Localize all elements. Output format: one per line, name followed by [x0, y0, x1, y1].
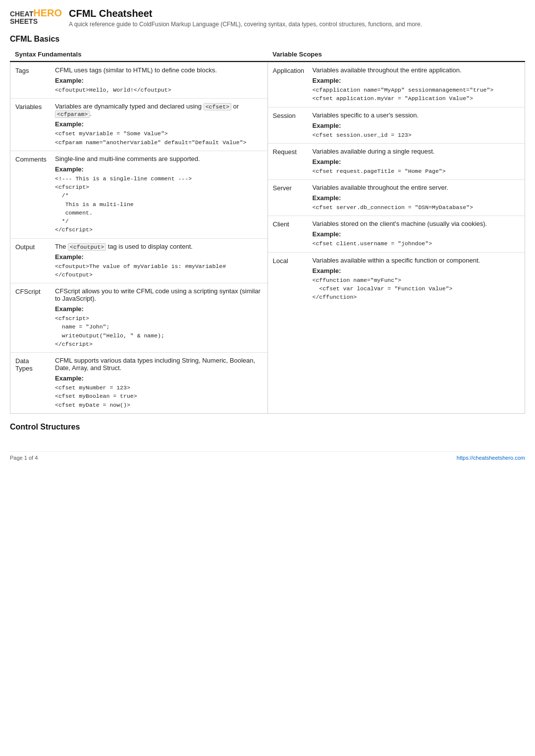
entry-comments-content: Single-line and multi-line comments are … — [55, 155, 263, 234]
entry-local: Local Variables available within a speci… — [268, 253, 525, 306]
entry-tags-label: Tags — [15, 66, 55, 94]
entry-variables-content: Variables are dynamically typed and decl… — [55, 103, 263, 147]
entry-datatypes-content: CFML supports various data types includi… — [55, 357, 263, 409]
entry-tags-content: CFML uses tags (similar to HTML) to defi… — [55, 66, 263, 94]
entry-request: Request Variables available during a sin… — [268, 144, 525, 180]
main-content-columns: Tags CFML uses tags (similar to HTML) to… — [10, 62, 525, 414]
entry-client: Client Variables stored on the client's … — [268, 216, 525, 252]
logo: CHEAT HERO SHEETS — [10, 8, 62, 25]
entry-client-content: Variables stored on the client's machine… — [313, 220, 520, 248]
entry-variables: Variables Variables are dynamically type… — [10, 99, 268, 151]
entry-comments: Comments Single-line and multi-line comm… — [10, 151, 268, 239]
entry-datatypes: DataTypes CFML supports various data typ… — [10, 353, 268, 413]
entry-output: Output The <cfoutput> tag is used to dis… — [10, 239, 268, 284]
entry-application-content: Variables available throughout the entir… — [313, 66, 520, 103]
entry-session: Session Variables specific to a user's s… — [268, 108, 525, 144]
col-syntax-fundamentals: Tags CFML uses tags (similar to HTML) to… — [10, 62, 268, 414]
entry-local-label: Local — [273, 257, 313, 302]
entry-local-content: Variables available within a specific fu… — [313, 257, 520, 302]
entry-session-content: Variables specific to a user's session. … — [313, 111, 520, 139]
section-control-title: Control Structures — [10, 423, 525, 432]
col-variable-scopes: Application Variables available througho… — [268, 62, 526, 414]
inline-code-cfset: <cfset> — [204, 103, 231, 110]
entry-session-label: Session — [273, 111, 313, 139]
logo-sheets: SHEETS — [10, 18, 38, 25]
footer-url[interactable]: https://cheatsheetshero.com — [457, 455, 525, 461]
entry-variables-label: Variables — [15, 103, 55, 147]
entry-server-label: Server — [273, 184, 313, 212]
entry-cfscript: CFScript CFScript allows you to write CF… — [10, 283, 268, 353]
entry-cfscript-content: CFScript allows you to write CFML code u… — [55, 287, 263, 348]
entry-tags: Tags CFML uses tags (similar to HTML) to… — [10, 62, 268, 99]
page-footer: Page 1 of 4 https://cheatsheetshero.com — [10, 451, 525, 461]
logo-cheat: CHEAT — [10, 10, 33, 17]
header-text-block: CFML Cheatsheet A quick reference guide … — [69, 8, 525, 28]
entry-client-label: Client — [273, 220, 313, 248]
entry-datatypes-label: DataTypes — [15, 357, 55, 409]
entry-output-content: The <cfoutput> tag is used to display co… — [55, 243, 263, 279]
entry-comments-label: Comments — [15, 155, 55, 234]
entry-application-label: Application — [273, 66, 313, 103]
entry-cfscript-label: CFScript — [15, 287, 55, 348]
col-right-header: Variable Scopes — [268, 48, 525, 62]
page-header: CHEAT HERO SHEETS CFML Cheatsheet A quic… — [10, 8, 525, 28]
logo-hero-top: HERO — [33, 8, 62, 18]
entry-output-label: Output — [15, 243, 55, 279]
entry-request-content: Variables available during a single requ… — [313, 148, 520, 175]
section-basics-title: CFML Basics — [10, 35, 525, 44]
entry-request-label: Request — [273, 148, 313, 175]
page-title: CFML Cheatsheet — [69, 8, 525, 19]
page-description: A quick reference guide to ColdFusion Ma… — [69, 21, 525, 28]
entry-server: Server Variables available throughout th… — [268, 180, 525, 216]
inline-code-cfparam: <cfparam> — [55, 110, 90, 118]
page-number: Page 1 of 4 — [10, 455, 38, 461]
subsection-headers: Syntax Fundamentals Variable Scopes — [10, 48, 525, 62]
entry-server-content: Variables available throughout the entir… — [313, 184, 520, 212]
inline-code-cfoutput: <cfoutput> — [68, 243, 106, 251]
entry-application: Application Variables available througho… — [268, 62, 525, 108]
col-left-header: Syntax Fundamentals — [10, 48, 268, 62]
